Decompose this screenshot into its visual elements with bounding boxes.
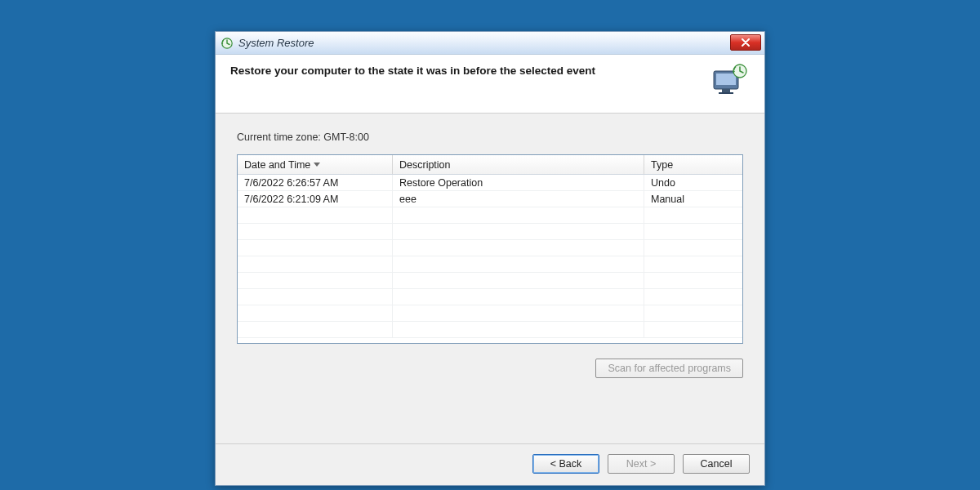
restore-points-listview[interactable]: Date and Time Description Type 7/6/2022 … — [237, 154, 743, 344]
cancel-button[interactable]: Cancel — [683, 454, 750, 474]
wizard-footer: < Back Next > Cancel — [216, 443, 764, 485]
svg-rect-5 — [719, 92, 733, 94]
close-button[interactable] — [730, 34, 761, 51]
body-area: Current time zone: GMT-8:00 Date and Tim… — [216, 114, 764, 443]
system-restore-window: System Restore Restore your computer to … — [215, 31, 765, 486]
table-row-empty: ... — [238, 273, 742, 289]
cell-description: eee — [393, 191, 644, 207]
scan-affected-programs-button[interactable]: Scan for affected programs — [595, 359, 743, 378]
page-heading: Restore your computer to the state it wa… — [230, 63, 595, 77]
column-header-description-label: Description — [399, 159, 451, 171]
listview-header[interactable]: Date and Time Description Type — [238, 155, 742, 175]
svg-rect-3 — [716, 74, 736, 85]
window-title: System Restore — [238, 37, 314, 49]
column-header-type[interactable]: Type — [644, 155, 742, 174]
table-row[interactable]: 7/6/2022 6:26:57 AM Restore Operation Un… — [238, 175, 742, 191]
back-button[interactable]: < Back — [532, 454, 599, 474]
sort-caret-icon — [314, 163, 320, 167]
scan-row: Scan for affected programs — [237, 359, 743, 378]
titlebar[interactable]: System Restore — [216, 32, 764, 55]
close-icon — [741, 38, 751, 47]
column-header-date-label: Date and Time — [244, 159, 310, 171]
restore-monitor-icon — [710, 63, 750, 96]
cell-date: 7/6/2022 6:26:57 AM — [238, 175, 393, 190]
column-header-date[interactable]: Date and Time — [238, 155, 393, 174]
table-row-empty: ... — [238, 256, 742, 273]
cell-type: Undo — [644, 175, 742, 190]
cell-date: 7/6/2022 6:21:09 AM — [238, 191, 393, 207]
cell-type: Manual — [644, 191, 742, 207]
table-row-empty: ... — [238, 289, 742, 305]
desktop-background: System Restore Restore your computer to … — [0, 0, 980, 490]
column-header-description[interactable]: Description — [393, 155, 644, 174]
table-row[interactable]: 7/6/2022 6:21:09 AM eee Manual — [238, 191, 742, 207]
table-row-empty: ... — [238, 305, 742, 322]
next-button[interactable]: Next > — [608, 454, 675, 474]
table-row-empty: ... — [238, 224, 742, 240]
timezone-label: Current time zone: GMT-8:00 — [237, 131, 743, 143]
table-row-empty: ... — [238, 240, 742, 256]
table-row-empty: ... — [238, 207, 742, 224]
column-header-type-label: Type — [651, 159, 673, 171]
header-band: Restore your computer to the state it wa… — [216, 55, 764, 114]
listview-body: 7/6/2022 6:26:57 AM Restore Operation Un… — [238, 175, 742, 343]
system-restore-icon — [220, 37, 234, 50]
table-row-empty: ... — [238, 322, 742, 338]
cell-description: Restore Operation — [393, 175, 644, 190]
svg-rect-4 — [722, 89, 730, 92]
